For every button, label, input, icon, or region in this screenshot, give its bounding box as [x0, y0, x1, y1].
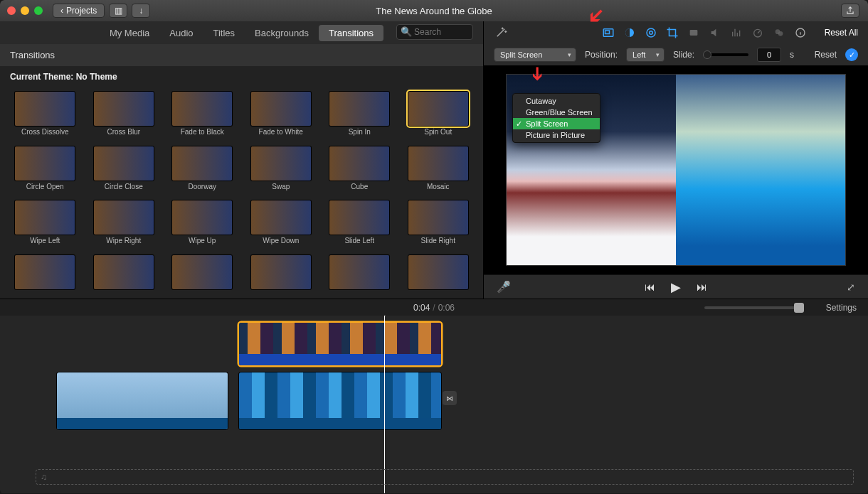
transition-item[interactable] — [166, 255, 239, 295]
share-button[interactable] — [841, 4, 859, 18]
transition-item[interactable]: Fade to White — [245, 92, 318, 139]
prev-frame-button[interactable]: ⏮ — [645, 281, 655, 293]
transition-item[interactable] — [245, 255, 318, 295]
transition-item[interactable]: Fade to Black — [166, 92, 239, 139]
transition-item[interactable]: Circle Close — [88, 146, 161, 194]
overlay-dropdown-item[interactable]: Picture in Picture — [513, 129, 600, 141]
transition-thumb[interactable] — [251, 255, 311, 289]
transition-item[interactable]: Wipe Left — [9, 200, 82, 248]
timeline[interactable]: ⋈ ♫ — [0, 316, 868, 493]
overlay-dropdown-item[interactable]: Cutaway — [513, 95, 600, 107]
play-button[interactable]: ▶ — [671, 279, 681, 295]
color-correction-icon[interactable] — [644, 26, 658, 40]
stabilize-icon[interactable] — [687, 26, 701, 40]
voiceover-icon[interactable]: 🎤 — [497, 280, 511, 294]
overlay-type-select[interactable]: Split Screen — [494, 48, 576, 62]
transition-thumb[interactable] — [408, 146, 468, 181]
playhead[interactable] — [384, 316, 385, 493]
clip-waterfall[interactable] — [239, 372, 441, 429]
library-toggle-button[interactable]: ▥ — [109, 4, 127, 18]
clip-world-map[interactable] — [57, 372, 228, 429]
tab-transitions[interactable]: Transitions — [319, 25, 383, 41]
transition-item[interactable]: Wipe Up — [166, 200, 239, 248]
minimize-window-button[interactable] — [21, 6, 29, 15]
tab-my-media[interactable]: My Media — [100, 25, 159, 41]
transition-item[interactable]: Swap — [245, 146, 318, 194]
library-search[interactable]: 🔍 — [396, 24, 473, 40]
transition-thumb[interactable] — [94, 146, 154, 181]
transition-item[interactable]: Mosaic — [402, 146, 475, 194]
transition-item[interactable] — [88, 255, 161, 295]
clip-overlay-aurora[interactable] — [239, 323, 441, 365]
transition-thumb[interactable] — [172, 200, 232, 235]
filter-icon[interactable] — [772, 26, 786, 40]
transition-item[interactable] — [323, 255, 396, 295]
svg-rect-1 — [605, 31, 609, 34]
library-section-title: Transitions — [0, 44, 483, 66]
transition-item[interactable]: Slide Left — [323, 200, 396, 248]
zoom-window-button[interactable] — [34, 6, 43, 15]
tab-titles[interactable]: Titles — [203, 25, 245, 41]
transition-thumb[interactable] — [94, 92, 154, 126]
transition-item[interactable]: Cube — [323, 146, 396, 194]
transition-thumb[interactable] — [408, 200, 468, 235]
transition-thumb[interactable] — [329, 255, 389, 289]
tab-audio[interactable]: Audio — [159, 25, 203, 41]
magic-wand-icon[interactable] — [494, 26, 508, 40]
transition-item[interactable]: Slide Right — [402, 200, 475, 248]
audio-track-placeholder[interactable]: ♫ — [36, 469, 854, 485]
transition-thumb[interactable] — [251, 92, 311, 126]
import-button[interactable]: ↓ — [132, 4, 150, 18]
transition-thumb[interactable] — [172, 146, 232, 181]
overlay-type-dropdown[interactable]: CutawayGreen/Blue ScreenSplit ScreenPict… — [512, 93, 600, 143]
transition-thumb[interactable] — [172, 92, 232, 126]
transition-item[interactable]: Wipe Right — [88, 200, 161, 248]
transition-thumb[interactable] — [251, 146, 311, 181]
timeline-settings-button[interactable]: Settings — [826, 303, 857, 313]
transition-item[interactable]: Cross Dissolve — [9, 92, 82, 139]
slide-duration-input[interactable] — [757, 48, 781, 62]
transition-thumb[interactable] — [15, 92, 75, 126]
reset-overlay-button[interactable]: Reset — [815, 50, 837, 60]
transition-item[interactable]: Spin Out — [402, 92, 475, 139]
next-frame-button[interactable]: ⏭ — [697, 281, 707, 293]
transition-thumb[interactable] — [329, 92, 389, 126]
transition-thumb[interactable] — [15, 255, 75, 289]
overlay-icon[interactable] — [601, 26, 615, 40]
transition-thumb[interactable] — [15, 200, 75, 235]
transition-item[interactable]: Spin In — [323, 92, 396, 139]
apply-check-icon[interactable]: ✓ — [845, 48, 858, 61]
transition-item[interactable] — [9, 255, 82, 295]
transition-thumb[interactable] — [329, 146, 389, 181]
close-window-button[interactable] — [7, 6, 16, 15]
back-to-projects-button[interactable]: ‹Projects — [53, 4, 105, 18]
equalizer-icon[interactable] — [729, 26, 743, 40]
tab-backgrounds[interactable]: Backgrounds — [245, 25, 319, 41]
slide-duration-slider[interactable] — [703, 53, 748, 56]
overlay-dropdown-item[interactable]: Split Screen — [513, 118, 600, 129]
volume-icon[interactable] — [708, 26, 722, 40]
info-icon[interactable] — [793, 26, 808, 40]
fullscreen-icon[interactable]: ⤢ — [847, 281, 855, 293]
transition-thumb[interactable] — [408, 255, 468, 289]
transition-item[interactable]: Cross Blur — [88, 92, 161, 139]
position-select[interactable]: Left — [626, 48, 665, 62]
transition-item[interactable]: Circle Open — [9, 146, 82, 194]
transition-item[interactable]: Wipe Down — [245, 200, 318, 248]
overlay-dropdown-item[interactable]: Green/Blue Screen — [513, 107, 600, 118]
transition-thumb[interactable] — [251, 200, 311, 235]
speed-icon[interactable] — [751, 26, 765, 40]
transition-marker-icon[interactable]: ⋈ — [443, 391, 457, 405]
transition-thumb[interactable] — [172, 255, 232, 289]
timeline-zoom-slider[interactable] — [704, 306, 804, 309]
transition-thumb[interactable] — [94, 200, 154, 235]
transition-thumb[interactable] — [329, 200, 389, 235]
transition-item[interactable]: Doorway — [166, 146, 239, 194]
transition-thumb[interactable] — [15, 146, 75, 181]
crop-icon[interactable] — [665, 26, 679, 40]
reset-all-button[interactable]: Reset All — [825, 28, 858, 38]
transition-thumb[interactable] — [408, 92, 468, 126]
transition-thumb[interactable] — [94, 255, 154, 289]
transition-item[interactable] — [402, 255, 475, 295]
color-balance-icon[interactable] — [623, 26, 637, 40]
